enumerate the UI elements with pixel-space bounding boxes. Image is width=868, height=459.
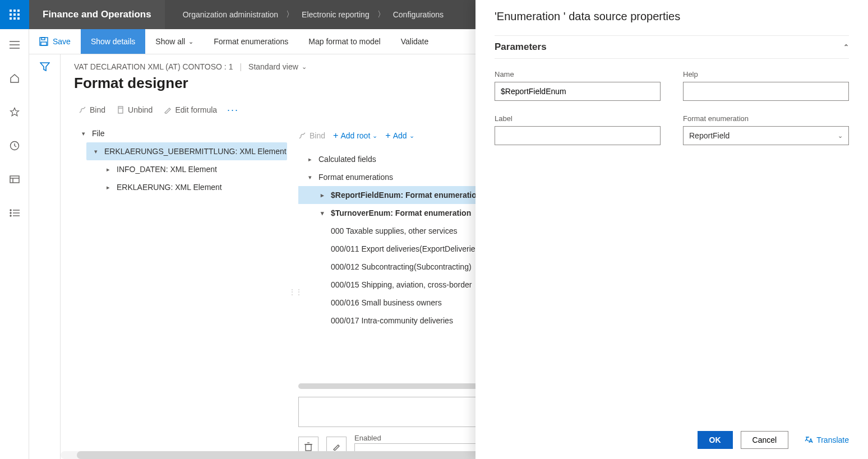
show-all-label: Show all [155, 37, 185, 46]
label-label: Label [495, 114, 661, 123]
save-button[interactable]: Save [29, 29, 81, 54]
svg-point-19 [10, 212, 11, 214]
splitter-handle[interactable]: ⋮⋮ [293, 124, 298, 459]
map-node-label: $ReportFieldEnum: Format enumeration [331, 191, 481, 200]
help-label: Help [683, 70, 849, 78]
home-icon[interactable] [4, 68, 25, 89]
svg-rect-6 [10, 17, 12, 20]
caret-down-icon: ▾ [91, 148, 101, 155]
edit-formula-label: Edit formula [175, 105, 217, 114]
tree-root[interactable]: ▾ File [74, 124, 287, 142]
svg-rect-8 [17, 17, 20, 20]
more-icon[interactable]: ··· [224, 104, 242, 116]
star-icon[interactable] [4, 102, 25, 122]
plus-icon: + [333, 131, 338, 141]
unbind-label: Unbind [128, 105, 153, 114]
svg-rect-0 [10, 10, 12, 12]
app-title: Finance and Operations [29, 0, 165, 29]
recent-icon[interactable] [4, 136, 25, 156]
tree-node[interactable]: ▸ ERKLAERUNG: XML Element [99, 178, 287, 196]
svg-rect-7 [13, 17, 16, 20]
map-bind-button[interactable]: Bind [298, 131, 325, 140]
properties-pane: 'Enumeration ' data source properties Pa… [475, 0, 868, 459]
map-node-label: 000/016 Small business owners [331, 298, 442, 307]
chevron-down-icon: ⌄ [409, 132, 414, 140]
nav-menu-icon[interactable] [4, 35, 25, 55]
unbind-button[interactable]: Unbind [112, 103, 157, 117]
chevron-right-icon: 〉 [286, 10, 294, 20]
map-bind-label: Bind [310, 131, 325, 140]
format-enumeration-select[interactable]: ReportField ⌄ [683, 126, 849, 145]
separator: | [239, 62, 242, 71]
bind-button[interactable]: Bind [74, 103, 110, 117]
bind-label: Bind [90, 105, 105, 114]
format-enumerations-button[interactable]: Format enumerations [204, 29, 298, 54]
svg-rect-5 [17, 13, 20, 16]
svg-point-17 [10, 210, 11, 211]
plus-icon: + [385, 131, 390, 141]
label-input[interactable] [495, 126, 661, 145]
map-node-label: Calculated fields [318, 155, 376, 164]
tree-root-label: File [92, 129, 105, 138]
breadcrumb: Organization administration 〉 Electronic… [165, 10, 444, 20]
section-label: Parameters [495, 41, 547, 53]
document-id: VAT DECLARATION XML (AT) CONTOSO : 1 [74, 62, 233, 71]
show-details-button[interactable]: Show details [81, 29, 145, 54]
format-enumeration-label: Format enumeration [683, 114, 849, 123]
chevron-up-icon: ⌃ [843, 43, 849, 51]
caret-down-icon: ▾ [79, 130, 89, 137]
validate-label: Validate [401, 37, 429, 46]
chevron-down-icon: ⌄ [188, 38, 193, 45]
show-details-label: Show details [91, 37, 135, 46]
add-label: Add [393, 131, 407, 140]
view-picker[interactable]: Standard view ⌄ [248, 62, 307, 71]
breadcrumb-item[interactable]: Configurations [393, 10, 444, 19]
svg-rect-24 [41, 38, 45, 40]
pane-title: 'Enumeration ' data source properties [495, 10, 849, 23]
format-enum-label: Format enumerations [214, 37, 288, 46]
add-root-label: Add root [340, 131, 370, 140]
validate-button[interactable]: Validate [391, 29, 439, 54]
section-header-parameters[interactable]: Parameters ⌃ [495, 35, 849, 59]
svg-rect-2 [17, 10, 20, 12]
help-input[interactable] [683, 82, 849, 101]
svg-rect-4 [13, 13, 16, 16]
map-format-label: Map format to model [308, 37, 380, 46]
svg-rect-3 [10, 13, 12, 16]
caret-right-icon: ▸ [317, 192, 327, 199]
show-all-button[interactable]: Show all ⌄ [145, 29, 204, 54]
list-icon[interactable] [4, 203, 25, 223]
ok-button[interactable]: OK [698, 431, 733, 449]
tree-node-label: ERKLAERUNG: XML Element [117, 183, 222, 192]
add-button[interactable]: + Add ⌄ [385, 131, 414, 141]
map-node-label: $TurnoverEnum: Format enumeration [331, 208, 471, 217]
chevron-down-icon: ⌄ [302, 63, 307, 71]
workspace-icon[interactable] [4, 169, 25, 189]
svg-rect-25 [41, 42, 47, 45]
chevron-down-icon: ⌄ [372, 132, 377, 140]
caret-down-icon: ▾ [305, 174, 315, 181]
tree-node-label: ERKLAERUNGS_UEBERMITTLUNG: XML Element [104, 147, 287, 156]
map-format-to-model-button[interactable]: Map format to model [298, 29, 390, 54]
breadcrumb-item[interactable]: Electronic reporting [302, 10, 370, 19]
format-enumeration-value: ReportField [689, 131, 730, 140]
map-node-label: 000/011 Export deliveries(ExportDeliveri… [331, 244, 482, 253]
tree-node[interactable]: ▾ ERKLAERUNGS_UEBERMITTLUNG: XML Element [86, 142, 287, 160]
caret-right-icon: ▸ [305, 156, 315, 163]
breadcrumb-item[interactable]: Organization administration [183, 10, 278, 19]
tree-node-label: INFO_DATEN: XML Element [117, 165, 217, 174]
tree-node[interactable]: ▸ INFO_DATEN: XML Element [99, 160, 287, 178]
app-launcher-icon[interactable] [0, 0, 29, 29]
save-button-label: Save [53, 37, 71, 46]
svg-rect-28 [306, 444, 311, 451]
filter-icon[interactable] [40, 62, 50, 459]
edit-formula-button[interactable]: Edit formula [159, 103, 221, 117]
caret-down-icon: ▾ [317, 210, 327, 217]
svg-marker-12 [10, 108, 19, 116]
map-node-label: Format enumerations [318, 173, 393, 182]
translate-link[interactable]: Translate [804, 435, 849, 444]
name-input[interactable] [495, 82, 661, 101]
add-root-button[interactable]: + Add root ⌄ [333, 131, 377, 141]
view-label: Standard view [248, 62, 298, 71]
cancel-button[interactable]: Cancel [741, 431, 789, 449]
